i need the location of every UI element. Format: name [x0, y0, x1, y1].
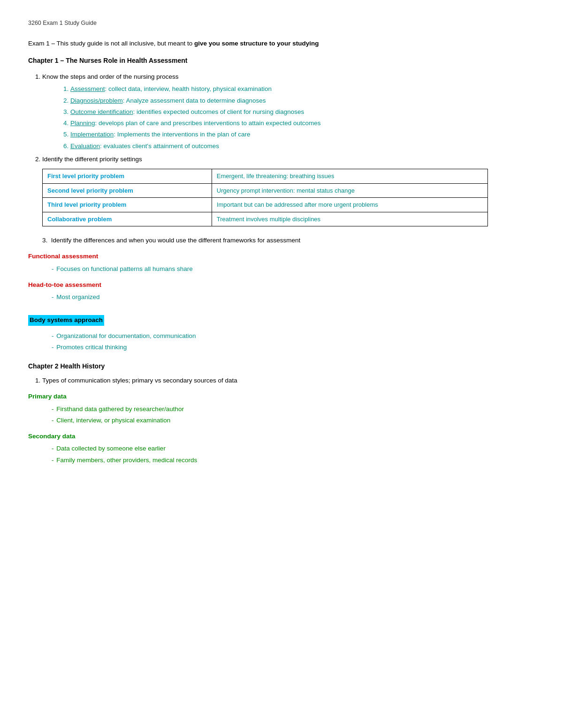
step2-rest: : Analyze assessment data to determine d…	[123, 97, 266, 104]
nursing-step-4: Planning: develops plan of care and pres…	[70, 119, 535, 128]
primary-bullet-1: Firsthand data gathered by researcher/au…	[52, 405, 535, 414]
intro-text-normal: Exam 1 – This study guide is not all inc…	[28, 40, 194, 47]
priority-left-1: First level priority problem	[43, 169, 212, 184]
table-row: Second level priority problem Urgency pr…	[43, 183, 488, 198]
step4-rest: : develops plan of care and prescribes i…	[95, 120, 321, 127]
functional-assessment-label: Functional assessment	[28, 252, 535, 261]
nursing-steps-list: Assessment: collect data, interview, hea…	[42, 84, 535, 151]
step5-rest: : Implements the interventions in the pl…	[114, 131, 250, 138]
step3-label: Outcome identification	[70, 108, 133, 115]
head-to-toe-bullets: Most organized	[28, 293, 535, 302]
table-row: Collaborative problem Treatment involves…	[43, 212, 488, 226]
step1-rest: : collect data, interview, health histor…	[105, 85, 272, 92]
chapter2-main-list: Types of communication styles; primary v…	[28, 376, 535, 385]
priority-right-1: Emergent, life threatening: breathing is…	[212, 169, 488, 184]
intro-paragraph: Exam 1 – This study guide is not all inc…	[28, 39, 535, 48]
priority-table: First level priority problem Emergent, l…	[42, 169, 488, 226]
item1: Know the steps and order of the nursing …	[42, 72, 535, 151]
main-list: Know the steps and order of the nursing …	[28, 72, 535, 164]
chapter2-item1-label: Types of communication styles; primary v…	[42, 377, 237, 384]
head-to-toe-label: Head-to-toe assessment	[28, 280, 535, 290]
item3-label: Identify the differences and when you wo…	[51, 237, 301, 244]
nursing-step-1: Assessment: collect data, interview, hea…	[70, 84, 535, 94]
secondary-bullet-2: Family members, other providers, medical…	[52, 456, 535, 465]
body-systems-container: Body systems approach	[28, 308, 535, 328]
table-row: Third level priority problem Important b…	[43, 198, 488, 212]
primary-bullet-2: Client, interview, or physical examinati…	[52, 416, 535, 425]
priority-left-4: Collaborative problem	[43, 212, 212, 226]
body-systems-bullets: Organizational for documentation, commun…	[28, 331, 535, 353]
doc-header: 3260 Exam 1 Study Guide	[28, 19, 535, 28]
primary-data-bullets: Firsthand data gathered by researcher/au…	[28, 405, 535, 426]
step1-label: Assessment	[70, 85, 105, 92]
item3: 3. Identify the differences and when you…	[42, 236, 535, 245]
item2-label: Identify the different priority settings	[42, 156, 142, 163]
chapter1-heading: Chapter 1 – The Nurses Role in Health As…	[28, 56, 535, 66]
nursing-step-2: Diagnosis/problem: Analyze assessment da…	[70, 96, 535, 105]
step2-label: Diagnosis/problem	[70, 97, 123, 104]
primary-data-label: Primary data	[28, 392, 535, 401]
chapter2-heading: Chapter 2 Health History	[28, 361, 535, 371]
item2: Identify the different priority settings	[42, 155, 535, 164]
table-row: First level priority problem Emergent, l…	[43, 169, 488, 184]
priority-right-2: Urgency prompt intervention: mental stat…	[212, 183, 488, 198]
priority-right-3: Important but can be addressed after mor…	[212, 198, 488, 212]
body-systems-bullet-1: Organizational for documentation, commun…	[52, 331, 535, 341]
chapter2-item1: Types of communication styles; primary v…	[42, 376, 535, 385]
functional-assessment-bullets: Focuses on functional patterns all human…	[28, 264, 535, 274]
step4-label: Planning	[70, 120, 95, 127]
item1-label: Know the steps and order of the nursing …	[42, 73, 178, 80]
step6-label: Evaluation	[70, 143, 100, 150]
body-systems-bullet-2: Promotes critical thinking	[52, 343, 535, 352]
secondary-bullet-1: Data collected by someone else earlier	[52, 444, 535, 453]
step3-rest: : identifies expected outcomes of client…	[133, 108, 304, 115]
functional-bullet-1: Focuses on functional patterns all human…	[52, 264, 535, 274]
nursing-step-6: Evaluation: evaluates client's attainmen…	[70, 142, 535, 151]
secondary-data-bullets: Data collected by someone else earlier F…	[28, 444, 535, 465]
priority-left-3: Third level priority problem	[43, 198, 212, 212]
head-to-toe-bullet-1: Most organized	[52, 293, 535, 302]
nursing-step-5: Implementation: Implements the intervent…	[70, 130, 535, 139]
step5-label: Implementation	[70, 131, 114, 138]
priority-left-2: Second level priority problem	[43, 183, 212, 198]
secondary-data-label: Secondary data	[28, 432, 535, 441]
intro-text-bold: give you some structure to your studying	[194, 40, 319, 47]
body-systems-label: Body systems approach	[28, 315, 104, 325]
step6-rest: : evaluates client's attainment of outco…	[100, 143, 219, 150]
nursing-step-3: Outcome identification: identifies expec…	[70, 107, 535, 117]
priority-right-4: Treatment involves multiple disciplines	[212, 212, 488, 226]
